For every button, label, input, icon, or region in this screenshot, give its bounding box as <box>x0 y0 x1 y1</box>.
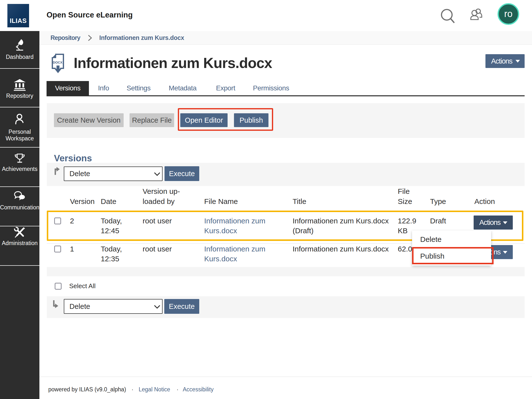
svg-text:DOCX: DOCX <box>53 61 62 64</box>
